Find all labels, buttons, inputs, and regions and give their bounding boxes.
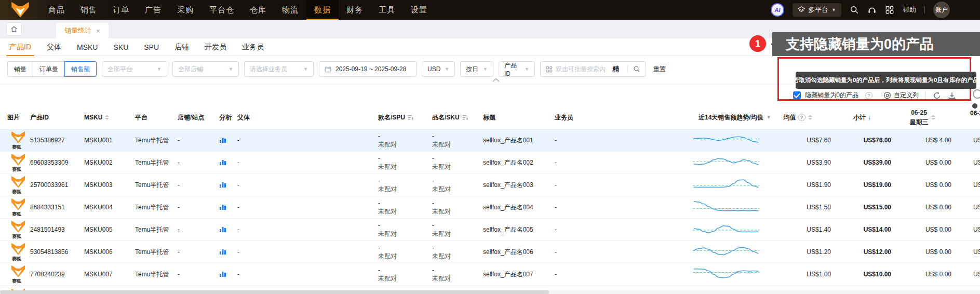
- product-thumbnail[interactable]: 赛狐: [0, 265, 30, 284]
- platform-switcher[interactable]: 多平台 ▼: [793, 3, 841, 17]
- nav-item-6[interactable]: 仓库: [242, 0, 274, 20]
- horizontal-scrollbar[interactable]: [0, 290, 980, 294]
- exact-match-toggle[interactable]: 精: [609, 64, 622, 74]
- brand-logo[interactable]: [0, 0, 41, 20]
- home-icon: [10, 25, 18, 33]
- list-sort-icon: [462, 114, 468, 121]
- help-link[interactable]: 帮助: [903, 5, 916, 15]
- subnav-item-3[interactable]: SKU: [113, 43, 128, 51]
- headset-icon[interactable]: [867, 5, 877, 15]
- nav-item-11[interactable]: 设置: [403, 0, 435, 20]
- sku-cell: -未配对: [432, 132, 483, 149]
- divider: [627, 65, 628, 73]
- apps-grid-icon[interactable]: [885, 5, 894, 15]
- salesman-select[interactable]: 请选择业务员 ▼: [244, 61, 314, 77]
- platform-label: 多平台: [808, 5, 828, 15]
- table-row-1[interactable]: 赛狐69603353309MSKU002Temu半托管- --未配对-未配对se…: [0, 152, 980, 174]
- search-input[interactable]: [556, 65, 606, 73]
- nav-item-3[interactable]: 广告: [137, 0, 169, 20]
- col-header-trend[interactable]: 近14天销售额趋势/均值 ▼: [691, 113, 763, 122]
- table-row-6[interactable]: 赛狐7708240239MSKU007Temu半托管- --未配对-未配对sel…: [0, 263, 980, 286]
- collapse-filters-button[interactable]: [492, 75, 500, 84]
- date-range-picker[interactable]: 2025-09-19 ~ 2025-09-28: [319, 61, 417, 77]
- product-thumbnail[interactable]: 赛狐: [0, 198, 30, 217]
- shop-select[interactable]: 全部店铺 ▼: [172, 61, 239, 77]
- product-thumbnail[interactable]: 赛狐: [0, 243, 30, 261]
- col-header-spu[interactable]: 款名/SPU: [378, 113, 432, 122]
- close-icon[interactable]: ×: [96, 27, 100, 35]
- sales-trend-sparkline: [693, 221, 759, 237]
- currency-select[interactable]: USD ▼: [422, 61, 455, 77]
- product-id-cell: 2481501493: [30, 226, 84, 233]
- product-thumbnail[interactable]: 赛狐: [0, 220, 30, 239]
- nav-item-10[interactable]: 工具: [371, 0, 403, 20]
- analysis-cell: [219, 158, 237, 167]
- subnav-item-6[interactable]: 开发员: [205, 43, 226, 52]
- brand-caption: 赛狐: [12, 189, 21, 194]
- table-row-5[interactable]: 赛狐53054813856MSKU006Temu半托管- --未配对-未配对se…: [0, 241, 980, 263]
- col-header-date-0625[interactable]: 06-25 星期三: [892, 108, 952, 127]
- next-day-cell-clipped: US$ 0.00: [952, 181, 980, 189]
- subnav-item-7[interactable]: 业务员: [242, 43, 264, 52]
- nav-item-4[interactable]: 采购: [169, 0, 202, 20]
- analysis-chart-icon[interactable]: [219, 181, 226, 188]
- table-row-3[interactable]: 赛狐8684333151MSKU004Temu半托管- --未配对-未配对sel…: [0, 196, 980, 219]
- metric-button-1[interactable]: 订单量: [33, 61, 65, 77]
- metric-button-2[interactable]: 销售额: [64, 61, 97, 77]
- analysis-chart-icon[interactable]: [219, 203, 226, 210]
- table-row-2[interactable]: 赛狐25700033961MSKU003Temu半托管- --未配对-未配对se…: [0, 174, 980, 196]
- search-icon[interactable]: [850, 5, 859, 15]
- next-day-cell-clipped: US$ 0.00: [952, 137, 980, 144]
- analysis-chart-icon[interactable]: [219, 248, 226, 255]
- clipped-circle-icon[interactable]: [973, 89, 980, 99]
- table-row-0[interactable]: 赛狐5135386927MSKU001Temu半托管- --未配对-未配对sel…: [0, 129, 980, 152]
- product-thumbnail[interactable]: 赛狐: [0, 131, 30, 150]
- tab-sales-statistics[interactable]: 销量统计 ×: [56, 23, 109, 38]
- product-id-cell: 8684333151: [30, 204, 84, 211]
- period-select[interactable]: 按日 ▼: [460, 61, 493, 77]
- divider: [924, 6, 925, 14]
- search-icon[interactable]: [633, 65, 640, 73]
- salesman-cell: -: [555, 137, 691, 144]
- metric-button-0[interactable]: 销量: [7, 61, 33, 77]
- analysis-chart-icon[interactable]: [219, 136, 226, 143]
- sort-icon[interactable]: [808, 115, 812, 120]
- next-day-cell-clipped: US$ 0.00: [952, 159, 980, 166]
- col-header-sku[interactable]: 品名/SKU: [432, 113, 483, 122]
- subnav-item-2[interactable]: MSKU: [77, 43, 98, 51]
- trend-cell: [691, 132, 763, 149]
- table-row-4[interactable]: 赛狐2481501493MSKU005Temu半托管- --未配对-未配对sel…: [0, 219, 980, 241]
- ai-assistant-button[interactable]: AI: [771, 3, 784, 17]
- analysis-chart-icon[interactable]: [219, 225, 226, 233]
- nav-item-7[interactable]: 物流: [274, 0, 306, 20]
- spu-cell: -未配对: [378, 154, 432, 171]
- col-header-average[interactable]: 均值 ?: [763, 113, 832, 122]
- analysis-chart-icon[interactable]: [219, 270, 226, 277]
- platform-cell: Temu半托管: [135, 270, 178, 279]
- sort-icon[interactable]: [105, 115, 109, 120]
- subnav-item-5[interactable]: 店铺: [174, 43, 189, 52]
- scrollbar-thumb[interactable]: [0, 290, 549, 294]
- search-field-select[interactable]: 产品ID ▼: [499, 61, 535, 77]
- account-avatar[interactable]: 账户: [933, 2, 950, 18]
- col-header-subtotal[interactable]: 小计 ↓: [832, 113, 892, 122]
- platform-select[interactable]: 全部平台 ▼: [102, 61, 167, 77]
- nav-item-2[interactable]: 订单: [105, 0, 137, 20]
- subnav-item-4[interactable]: SPU: [144, 43, 159, 51]
- nav-item-1[interactable]: 销售: [73, 0, 105, 20]
- product-thumbnail[interactable]: 赛狐: [0, 153, 30, 172]
- reset-button[interactable]: 重置: [653, 61, 666, 77]
- subnav-item-1[interactable]: 父体: [47, 43, 61, 52]
- home-tab-button[interactable]: [6, 22, 22, 36]
- product-thumbnail[interactable]: 赛狐: [0, 176, 30, 194]
- nav-item-9[interactable]: 财务: [339, 0, 371, 20]
- subnav-item-0[interactable]: 产品ID: [9, 43, 31, 52]
- sort-icon[interactable]: [931, 115, 935, 120]
- spu-cell: -未配对: [378, 132, 432, 149]
- analysis-chart-icon[interactable]: [219, 158, 226, 166]
- col-header-msku[interactable]: MSKU: [84, 114, 135, 121]
- nav-item-0[interactable]: 商品: [41, 0, 73, 20]
- nav-item-5[interactable]: 平台仓: [202, 0, 242, 20]
- fox-product-image: [10, 198, 26, 211]
- nav-item-8[interactable]: 数据: [306, 0, 339, 20]
